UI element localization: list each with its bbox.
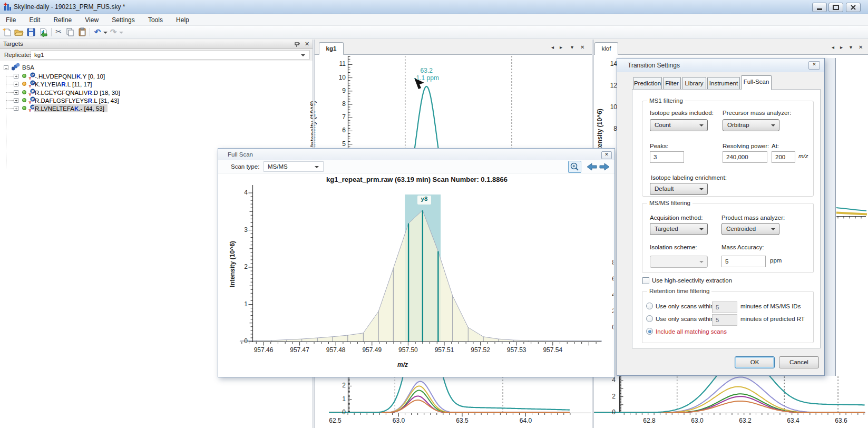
product-analyzer-select[interactable]: Centroided [721, 223, 779, 235]
full-scan-titlebar[interactable]: Full Scan [218, 149, 615, 160]
tick-label: 0 [601, 324, 613, 331]
tick-label: 957.50 [392, 346, 424, 354]
full-scan-window: Full Scan ✕ Scan type: MS/MS kg1_repeat_… [218, 148, 615, 377]
accuracy-unit-label: ppm [770, 257, 782, 264]
tick-label: 8 [601, 259, 613, 266]
rt-option1-suffix: minutes of MS/MS IDs [740, 303, 801, 309]
transition-settings-dialog: Transition Settings ✕ Prediction Filter … [617, 58, 825, 376]
full-scan-toolbar: Scan type: MS/MS [218, 160, 615, 173]
tick-label: 2 [601, 307, 613, 315]
isolation-scheme-select [650, 256, 708, 268]
high-selectivity-checkbox[interactable] [642, 277, 649, 284]
next-scan-button[interactable] [599, 162, 610, 172]
rt-group-label: Retention time filtering [647, 288, 711, 294]
msms-group-label: MS/MS filtering [647, 200, 693, 206]
minutes-ids-input: 5 [712, 301, 737, 313]
tab-prediction[interactable]: Prediction [633, 77, 662, 89]
peaks-label: Peaks: [650, 143, 668, 149]
scan-type-value: MS/MS [268, 163, 288, 170]
rt-option1-text: Use only scans within [656, 303, 714, 309]
tab-klof[interactable]: klof [594, 42, 618, 55]
ok-button[interactable]: OK [735, 356, 775, 368]
tick-label: 6 [601, 275, 613, 283]
tick-label: 957.54 [537, 346, 569, 354]
full-scan-title: Full Scan [228, 151, 253, 158]
chevron-down-icon [315, 166, 319, 170]
tab-full-scan[interactable]: Full-Scan [741, 75, 772, 90]
isolation-scheme-label: Isolation scheme: [650, 244, 697, 250]
peaks-input[interactable]: 3 [650, 151, 684, 163]
isotope-peaks-label: Isotope peaks included: [650, 110, 714, 116]
skyline-app-window: { "window": {"title": "Skyline-daily - 1… [0, 0, 868, 428]
precursor-analyzer-label: Precursor mass analyzer: [723, 110, 791, 116]
klof-mid-axis-labels: 86420 [601, 258, 613, 335]
rt-option2-text: Use only scans within [656, 316, 714, 322]
isotope-peaks-select[interactable]: Count [650, 119, 708, 131]
chevron-down-icon [771, 228, 775, 232]
tab-library[interactable]: Library [682, 77, 706, 89]
tick-label: 957.46 [248, 346, 279, 354]
fragment-ion-label: y8 [417, 196, 431, 205]
precursor-analyzer-select[interactable]: Orbitrap [723, 119, 779, 131]
radio-include-all-scans[interactable] [646, 328, 653, 335]
mouse-cursor-icon [414, 78, 424, 89]
rt-option2-suffix: minutes of predicted RT [740, 316, 805, 322]
chevron-down-icon [699, 228, 704, 232]
chevron-down-icon [699, 188, 704, 192]
radio-scans-within-rt[interactable] [646, 315, 653, 322]
minutes-rt-input: 5 [712, 314, 737, 326]
enrichment-label: Isotope labeling enrichment: [651, 174, 727, 181]
chevron-down-icon [699, 124, 704, 129]
radio-scans-within-ids[interactable] [646, 303, 653, 309]
tab-instrument[interactable]: Instrument [707, 77, 740, 89]
tick-label: 957.48 [320, 346, 352, 354]
mass-accuracy-label: Mass Accuracy: [721, 244, 764, 250]
dialog-shadow-strip [825, 58, 836, 376]
tick-label: 4 [601, 291, 613, 298]
chevron-down-icon [699, 261, 704, 265]
tick-label: 957.49 [356, 346, 388, 354]
scan-type-select[interactable]: MS/MS [264, 161, 324, 172]
dialog-titlebar[interactable]: Transition Settings [617, 59, 824, 72]
close-icon[interactable]: ✕ [808, 61, 820, 70]
dialog-title: Transition Settings [628, 62, 680, 69]
at-input[interactable]: 200 [772, 151, 795, 163]
rt-option3-text: Include all matching scans [656, 328, 727, 335]
tick-label: 0 [233, 337, 248, 345]
tick-label: 957.47 [284, 346, 316, 354]
spectrum-y-axis-label: Intensity (10^6) [229, 222, 236, 306]
tab-filter[interactable]: Filter [663, 77, 681, 89]
at-unit-label: m/z [798, 153, 808, 159]
close-icon[interactable]: ✕ [601, 151, 612, 159]
spectrum-plot-title: kg1_repeat_prm.raw (63.19 min) Scan Numb… [239, 176, 594, 183]
resolving-power-input[interactable]: 240,000 [723, 151, 767, 163]
tick-label: 957.51 [428, 346, 460, 354]
cancel-button[interactable]: Cancel [779, 356, 819, 368]
scan-type-label: Scan type: [231, 163, 259, 170]
high-selectivity-label: Use high-selectivity extraction [652, 277, 732, 284]
product-analyzer-label: Product mass analyzer: [721, 215, 785, 221]
enrichment-select[interactable]: Default [650, 183, 708, 195]
acquisition-method-label: Acquisition method: [650, 215, 703, 221]
tick-label: 4 [233, 189, 248, 196]
tick-label: 957.52 [465, 346, 496, 354]
at-label: At: [772, 143, 779, 149]
spectrum-x-axis-label: m/z [387, 361, 418, 368]
resolving-power-label: Resolving power: [723, 143, 769, 149]
tab-kg1[interactable]: kg1 [319, 42, 344, 55]
ms1-group-label: MS1 filtering [647, 98, 685, 104]
zoom-toggle-button[interactable] [568, 161, 581, 173]
previous-scan-button[interactable] [586, 162, 598, 172]
tree-row-peptide[interactable]: R.LVNELTEFAK.- [44, 53] [35, 105, 104, 113]
mass-accuracy-input[interactable]: 5 [721, 256, 766, 267]
chevron-down-icon [771, 124, 775, 129]
tick-label: 957.53 [501, 346, 532, 354]
acquisition-method-select[interactable]: Targeted [650, 223, 708, 235]
